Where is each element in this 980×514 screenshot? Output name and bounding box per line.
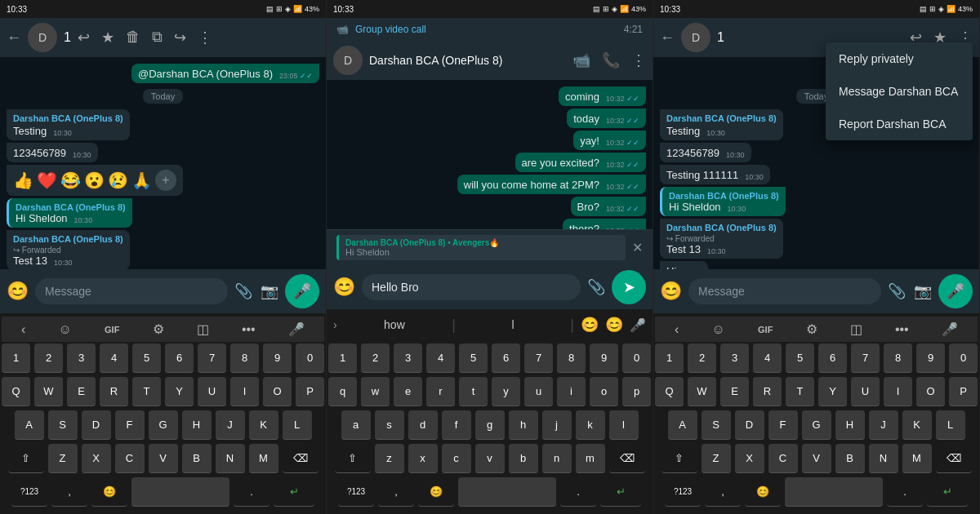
- key3-a[interactable]: A: [668, 410, 697, 440]
- key-6[interactable]: 6: [165, 343, 194, 373]
- key3-x[interactable]: X: [735, 444, 764, 473]
- delete-icon[interactable]: 🗑: [126, 29, 140, 47]
- key2-period[interactable]: .: [560, 477, 596, 507]
- suggestion-l[interactable]: l: [462, 318, 564, 331]
- key-9[interactable]: 9: [263, 343, 292, 373]
- key-g[interactable]: G: [149, 410, 178, 440]
- key-3[interactable]: 3: [67, 343, 96, 373]
- key3-o[interactable]: O: [916, 377, 945, 406]
- kb3-mic-bar[interactable]: 🎤: [942, 321, 958, 337]
- key3-u[interactable]: U: [851, 377, 880, 406]
- key2-emoji[interactable]: 😊: [418, 477, 454, 507]
- key2-e[interactable]: e: [394, 377, 422, 406]
- key3-y[interactable]: Y: [818, 377, 847, 406]
- key2-7[interactable]: 7: [524, 343, 553, 373]
- key2-i[interactable]: i: [557, 377, 586, 406]
- key2-z[interactable]: z: [375, 444, 404, 473]
- key-w[interactable]: W: [34, 377, 63, 406]
- key2-x[interactable]: x: [408, 444, 438, 473]
- key-j[interactable]: J: [216, 410, 245, 440]
- key3-b[interactable]: B: [835, 444, 865, 473]
- key-h[interactable]: H: [182, 410, 212, 440]
- key2-9[interactable]: 9: [590, 343, 618, 373]
- key3-g[interactable]: G: [802, 410, 831, 440]
- kb-mic-bar[interactable]: 🎤: [288, 321, 305, 337]
- key2-symbols[interactable]: ?123: [338, 477, 374, 507]
- key-space[interactable]: [131, 477, 229, 507]
- kb3-sticker[interactable]: ◫: [850, 321, 862, 337]
- key3-h[interactable]: H: [835, 410, 865, 440]
- key-b[interactable]: B: [182, 444, 212, 473]
- key3-m[interactable]: M: [902, 444, 932, 473]
- key-comma[interactable]: ,: [51, 477, 87, 507]
- key-0[interactable]: 0: [296, 343, 324, 373]
- key3-f[interactable]: F: [768, 410, 798, 440]
- key2-b[interactable]: b: [509, 444, 538, 473]
- kb3-chevron-left[interactable]: ‹: [675, 322, 679, 337]
- kb-settings[interactable]: ⚙: [153, 321, 164, 337]
- key3-i[interactable]: I: [884, 377, 912, 406]
- attach-icon[interactable]: 📎: [234, 282, 252, 300]
- key3-l[interactable]: L: [936, 410, 965, 440]
- camera-icon[interactable]: 📷: [261, 282, 278, 300]
- key3-5[interactable]: 5: [786, 343, 814, 373]
- key-n[interactable]: N: [216, 444, 245, 473]
- forward-icon[interactable]: ↪: [174, 29, 186, 47]
- key-backspace[interactable]: ⌫: [283, 444, 318, 473]
- copy-icon[interactable]: ⧉: [152, 29, 163, 47]
- key3-v[interactable]: V: [802, 444, 831, 473]
- key2-space[interactable]: [458, 477, 556, 507]
- key-2[interactable]: 2: [34, 343, 63, 373]
- attach-icon-3[interactable]: 📎: [888, 282, 906, 300]
- key2-1[interactable]: 1: [328, 343, 357, 373]
- key2-m[interactable]: m: [576, 444, 605, 473]
- key2-enter[interactable]: ↵: [600, 477, 641, 507]
- reply-icon[interactable]: ↩: [78, 29, 90, 47]
- emoji-button-1[interactable]: 😊: [7, 281, 29, 302]
- key2-3[interactable]: 3: [394, 343, 422, 373]
- key-8[interactable]: 8: [230, 343, 259, 373]
- key2-h[interactable]: h: [509, 410, 538, 440]
- key3-k[interactable]: K: [902, 410, 932, 440]
- key-m[interactable]: M: [249, 444, 278, 473]
- key-emoji[interactable]: 😊: [91, 477, 127, 507]
- key3-enter[interactable]: ↵: [927, 477, 968, 507]
- kb-emoji-bar[interactable]: ☺: [59, 322, 72, 337]
- key3-c[interactable]: C: [768, 444, 798, 473]
- key2-6[interactable]: 6: [492, 343, 520, 373]
- key2-c[interactable]: c: [442, 444, 471, 473]
- call-icon[interactable]: 📞: [602, 51, 620, 69]
- key3-6[interactable]: 6: [818, 343, 847, 373]
- key-l[interactable]: L: [283, 410, 312, 440]
- mic-button-1[interactable]: 🎤: [285, 274, 319, 308]
- kb3-emoji-bar[interactable]: ☺: [712, 322, 725, 337]
- star-icon[interactable]: ★: [101, 29, 114, 47]
- key2-d[interactable]: d: [408, 410, 438, 440]
- key2-k[interactable]: k: [576, 410, 605, 440]
- key-u[interactable]: U: [198, 377, 226, 406]
- video-icon[interactable]: 📹: [572, 51, 590, 69]
- emoji-button-3[interactable]: 😊: [660, 281, 682, 302]
- key3-period[interactable]: .: [887, 477, 923, 507]
- suggestion-emoji-1[interactable]: 😊: [581, 316, 599, 334]
- kb-chevron-left[interactable]: ‹: [21, 322, 25, 337]
- suggestion-how[interactable]: how: [344, 318, 445, 331]
- key3-comma[interactable]: ,: [705, 477, 741, 507]
- key3-r[interactable]: R: [753, 377, 782, 406]
- key-p[interactable]: P: [296, 377, 324, 406]
- key-e[interactable]: E: [67, 377, 96, 406]
- key-5[interactable]: 5: [132, 343, 161, 373]
- key3-7[interactable]: 7: [851, 343, 880, 373]
- key3-2[interactable]: 2: [688, 343, 716, 373]
- key3-p[interactable]: P: [949, 377, 978, 406]
- key3-w[interactable]: W: [688, 377, 716, 406]
- key3-q[interactable]: Q: [655, 377, 684, 406]
- key-z[interactable]: Z: [48, 444, 78, 473]
- kb-sticker[interactable]: ◫: [197, 321, 209, 337]
- more-icon-2[interactable]: ⋮: [631, 51, 646, 69]
- key-d[interactable]: D: [82, 410, 111, 440]
- key2-n[interactable]: n: [542, 444, 572, 473]
- key2-v[interactable]: v: [475, 444, 505, 473]
- key3-t[interactable]: T: [786, 377, 814, 406]
- key3-n[interactable]: N: [869, 444, 898, 473]
